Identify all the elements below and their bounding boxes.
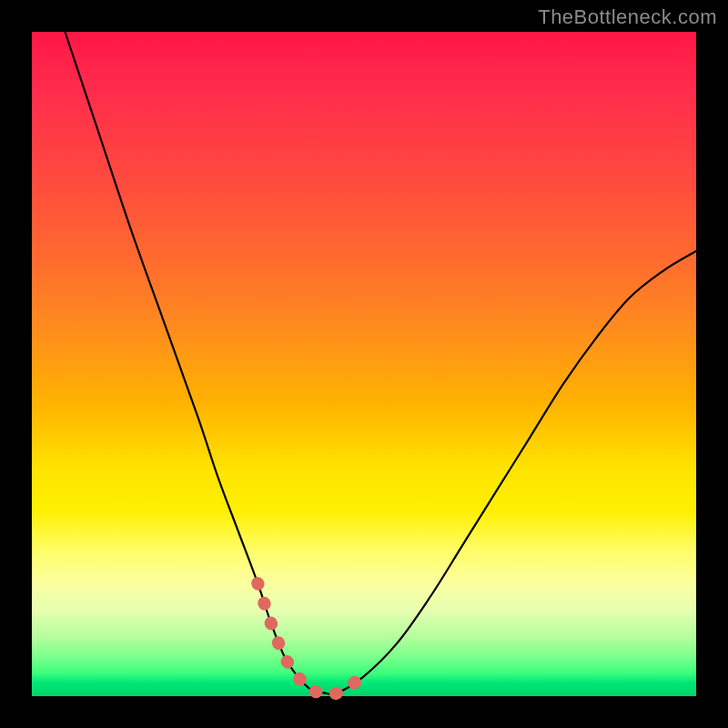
watermark-text: TheBottleneck.com — [538, 5, 717, 29]
chart-frame: TheBottleneck.com — [0, 0, 728, 728]
bottleneck-curve — [66, 32, 697, 694]
curve-svg — [32, 32, 696, 696]
plot-area — [32, 32, 696, 696]
bottleneck-optimal-zone — [258, 583, 364, 694]
